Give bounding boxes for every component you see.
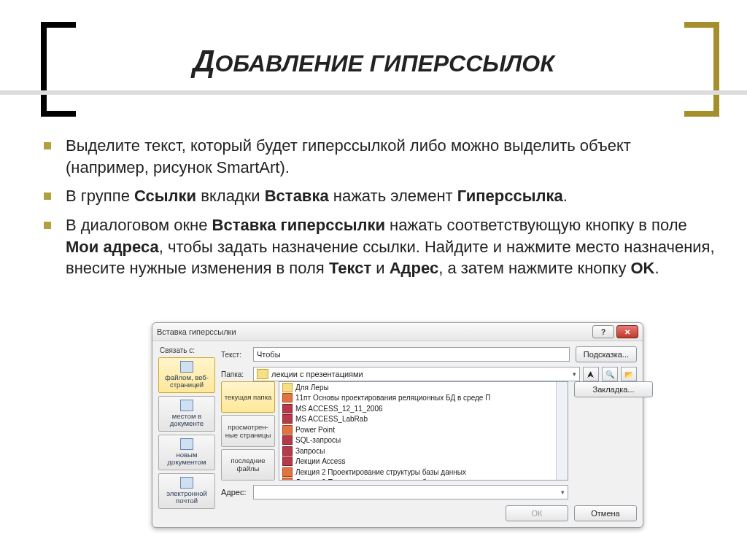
mail-icon xyxy=(180,477,193,489)
dialog-title: Вставка гиперссылки xyxy=(157,327,236,336)
list-item-label: Лекция 2 Проектирование структуры базы д… xyxy=(295,468,466,476)
cancel-button[interactable]: Отмена xyxy=(574,505,637,521)
browse-web-button[interactable]: 🔍 xyxy=(602,367,618,381)
title-text: ОБАВЛЕНИЕ ГИПЕРССЫЛОК xyxy=(214,50,554,77)
list-item-label: MS ACCESS_LabRab xyxy=(295,415,368,423)
list-item-label: Для Леры xyxy=(295,384,329,392)
browse-file-button[interactable]: 📂 xyxy=(621,367,637,381)
list-item-label: MS ACCESS_12_11_2006 xyxy=(295,405,383,413)
link-to-column: Связать с: файлом, веб-страницей местом … xyxy=(158,346,215,521)
browse-tabs: текущая папка просмотрен-ные страницы по… xyxy=(221,381,275,481)
list-item[interactable]: Лекция 2 Проектирование структуры базы д… xyxy=(279,467,568,478)
acc-icon xyxy=(282,404,293,413)
acc-icon xyxy=(282,456,293,466)
bullet-1-text: Выделите текст, который будет гиперссылк… xyxy=(66,136,631,176)
acc-icon xyxy=(282,435,293,445)
doc-place-icon xyxy=(180,400,193,411)
bullet-3-text: В диалоговом окне Вставка гиперссылки на… xyxy=(66,216,715,277)
dialog-main: Текст: Чтобы Подсказка... Папка: лекции … xyxy=(221,346,637,521)
look-in-combo[interactable]: лекции с презентациями ▾ xyxy=(253,367,580,381)
acc-icon xyxy=(282,446,293,456)
list-item[interactable]: Лекции Access xyxy=(279,456,568,467)
folder-label: Папка: xyxy=(221,370,253,378)
list-item-label: Power Point xyxy=(295,426,335,434)
folder-row: Папка: лекции с презентациями ▾ ⮝ 🔍 📂 xyxy=(221,367,637,381)
slide-title: ДОБАВЛЕНИЕ ГИПЕРССЫЛОК xyxy=(0,44,747,79)
list-item-label: 11пт Основы проектирования реляционных Б… xyxy=(295,394,490,402)
ok-button[interactable]: ОК xyxy=(506,505,568,521)
link-to-new-doc-label: новым документом xyxy=(168,451,206,466)
link-to-email[interactable]: электронной почтой xyxy=(158,473,215,509)
link-to-place-in-doc[interactable]: местом в документе xyxy=(158,396,215,432)
look-in-value: лекции с презентациями xyxy=(271,370,363,378)
list-item[interactable]: Лекция 2 Проектирование структуры базы д… xyxy=(279,478,568,481)
browse-area: текущая папка просмотрен-ные страницы по… xyxy=(221,381,568,481)
insert-hyperlink-dialog: Вставка гиперссылки ? ✕ Связать с: файло… xyxy=(152,322,643,528)
list-item-label: Лекции Access xyxy=(295,457,345,465)
address-label: Адрес: xyxy=(221,488,253,497)
text-label: Текст: xyxy=(221,351,253,359)
close-button[interactable]: ✕ xyxy=(616,325,638,338)
chevron-down-icon: ▾ xyxy=(573,370,576,378)
list-item-label: SQL-запросы xyxy=(295,436,341,444)
link-to-label: Связать с: xyxy=(158,346,215,354)
new-doc-icon xyxy=(180,438,193,450)
list-item[interactable]: Запросы xyxy=(279,446,568,456)
list-item[interactable]: MS ACCESS_12_11_2006 xyxy=(279,403,568,414)
tab-current-folder[interactable]: текущая папка xyxy=(221,381,275,413)
right-buttons: Закладка... xyxy=(574,381,637,397)
bookmark-button[interactable]: Закладка... xyxy=(574,381,653,397)
slide: ДОБАВЛЕНИЕ ГИПЕРССЫЛОК Выделите текст, к… xyxy=(0,0,747,560)
link-to-file-web-label: файлом, веб-страницей xyxy=(165,373,209,389)
chevron-down-icon: ▾ xyxy=(561,489,565,496)
folder-icon xyxy=(257,369,268,379)
acc-icon xyxy=(282,414,293,424)
bullet-3: В диалоговом окне Вставка гиперссылки на… xyxy=(44,214,718,279)
title-underline xyxy=(0,90,747,95)
link-to-file-web[interactable]: файлом, веб-страницей xyxy=(158,357,215,393)
slide-body: Выделите текст, который будет гиперссылк… xyxy=(44,135,718,287)
ppt-icon xyxy=(282,393,293,402)
dialog-titlebar[interactable]: Вставка гиперссылки ? ✕ xyxy=(152,323,643,341)
tab-browsed-pages[interactable]: просмотрен-ные страницы xyxy=(221,415,275,446)
list-item-label: Запросы xyxy=(295,447,325,455)
bullet-2: В группе Ссылки вкладки Вставка нажать э… xyxy=(44,185,718,207)
list-item[interactable]: Power Point xyxy=(279,424,568,435)
tab-recent-files[interactable]: последние файлы xyxy=(221,449,275,481)
ppt-icon xyxy=(282,467,293,477)
title-dropcap: Д xyxy=(193,44,214,78)
link-to-place-label: местом в документе xyxy=(170,412,204,427)
list-item[interactable]: Для Леры xyxy=(279,382,568,393)
ppt-icon xyxy=(282,478,293,481)
list-item[interactable]: 11пт Основы проектирования реляционных Б… xyxy=(279,393,568,404)
list-item[interactable]: MS ACCESS_LabRab xyxy=(279,414,568,425)
bullet-2-text: В группе Ссылки вкладки Вставка нажать э… xyxy=(66,187,568,205)
text-to-display-input[interactable]: Чтобы xyxy=(253,347,570,362)
dialog-content: Связать с: файлом, веб-страницей местом … xyxy=(158,346,637,521)
bullet-1: Выделите текст, который будет гиперссылк… xyxy=(44,135,718,178)
file-list[interactable]: Для Леры11пт Основы проектирования реляц… xyxy=(279,381,568,481)
list-item[interactable]: SQL-запросы xyxy=(279,435,568,446)
text-row: Текст: Чтобы Подсказка... xyxy=(221,346,637,362)
link-to-new-doc[interactable]: новым документом xyxy=(158,435,215,470)
link-to-email-label: электронной почтой xyxy=(166,489,207,505)
screentip-button[interactable]: Подсказка... xyxy=(576,346,637,362)
dialog-footer: ОК Отмена xyxy=(500,505,637,521)
help-button[interactable]: ? xyxy=(592,325,614,338)
scrollbar[interactable] xyxy=(556,382,568,480)
globe-icon xyxy=(180,361,193,373)
up-one-level-button[interactable]: ⮝ xyxy=(583,367,599,381)
address-input[interactable]: ▾ xyxy=(253,485,568,499)
address-row: Адрес: ▾ xyxy=(221,485,568,499)
ppt-icon xyxy=(282,425,293,435)
folder-icon xyxy=(282,383,293,392)
list-item-label: Лекция 2 Проектирование структуры базы д… xyxy=(295,478,488,481)
